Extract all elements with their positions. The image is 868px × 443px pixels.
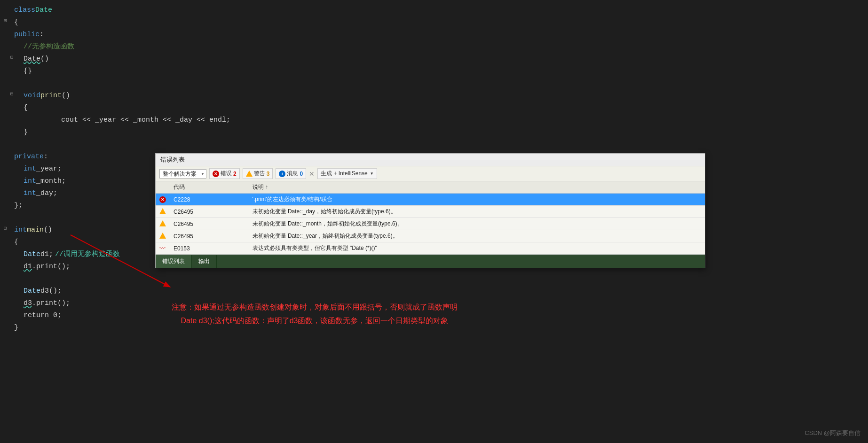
- row2-icon: [156, 206, 170, 218]
- error-icon: ✕: [213, 171, 219, 177]
- warning-icon-1: [159, 208, 166, 214]
- error-icon-1: ✕: [159, 196, 166, 203]
- warning-count: 3: [267, 171, 270, 177]
- solution-dropdown-wrapper[interactable]: 整个解决方案: [159, 169, 206, 179]
- tab-error-list[interactable]: 错误列表: [156, 255, 192, 268]
- collapse-icon-3: ⊟: [10, 90, 14, 99]
- info-count-badge: i 消息 0: [276, 168, 306, 179]
- row1-icon: ✕: [156, 194, 170, 206]
- row5-desc: 表达式必须具有类类型，但它具有类型 "Date (*)()": [249, 242, 705, 255]
- filter-label: 生成 + IntelliSense: [321, 170, 368, 178]
- code-line-9: {: [0, 102, 868, 115]
- col-description: 说明 ↑: [249, 181, 705, 194]
- code-line-24: Date d3();: [0, 286, 868, 298]
- row3-code: C26495: [170, 218, 249, 230]
- keyword-int-main: int: [14, 225, 27, 236]
- divider: ✕: [309, 170, 315, 178]
- warning-icon-3: [159, 233, 166, 239]
- info-label: 消息: [287, 170, 298, 178]
- keyword-private: private: [14, 151, 44, 163]
- code-line-1: class Date: [0, 5, 868, 17]
- d1-ref: d1: [24, 261, 32, 272]
- error-count: 2: [233, 171, 237, 177]
- filter-dropdown-icon: ▼: [370, 171, 374, 176]
- code-line-6: {}: [0, 66, 868, 78]
- brace-open: {: [14, 17, 18, 28]
- error-table-body: ✕ C2228 '.print'的左边必须有类/结构/联合 C26495 未初始…: [156, 194, 705, 255]
- d3-ref: d3: [24, 298, 32, 309]
- warning-icon-2: [159, 220, 166, 226]
- col-icon: [156, 181, 170, 194]
- row1-code: C2228: [170, 194, 249, 206]
- watermark: CSDN @阿森要自信: [805, 429, 860, 437]
- type-date-1: Date: [24, 249, 40, 260]
- row2-code: C26495: [170, 206, 249, 218]
- code-line-8: ⊟ void print(): [0, 90, 868, 102]
- error-table-header: 代码 说明 ↑: [156, 181, 705, 194]
- code-line-2: ⊟ {: [0, 17, 868, 29]
- collapse-icon-4: ⊟: [4, 225, 7, 233]
- type-int-1: int: [24, 163, 36, 175]
- error-row-1[interactable]: ✕ C2228 '.print'的左边必须有类/结构/联合: [156, 194, 705, 206]
- annotation-text: 注意：如果通过无参构造函数创建对象时，对象后面不用跟括号，否则就成了函数声明 D…: [172, 301, 458, 328]
- collapse-icon: ⊟: [4, 17, 7, 25]
- code-line-11: }: [0, 127, 868, 139]
- comment-2: //调用无参构造函数: [55, 249, 120, 260]
- error-table: 代码 说明 ↑ ✕ C2228 '.print'的左边必须有类/结构/联合 C2…: [156, 181, 705, 255]
- keyword-void: void: [24, 90, 40, 101]
- row3-desc: 未初始化变量 Date::_month，始终初始化成员变量(type.6)。: [249, 218, 705, 230]
- wave-row-1[interactable]: 〰 E0153 表达式必须具有类类型，但它具有类型 "Date (*)()": [156, 242, 705, 255]
- error-panel: 错误列表 整个解决方案 ✕ 错误 2 警告 3 i 消息 0 ✕ 生成 + In…: [155, 153, 705, 268]
- code-line-10: cout << _year << _month << _day << endl;: [0, 115, 868, 127]
- error-count-badge: ✕ 错误 2: [209, 168, 240, 179]
- header-row: 代码 说明 ↑: [156, 181, 705, 194]
- type-int-3: int: [24, 188, 36, 199]
- code-line-4: //无参构造函数: [0, 41, 868, 54]
- comment-1: //无参构造函数: [24, 41, 74, 53]
- error-tabs: 错误列表 输出: [156, 255, 705, 268]
- warning-count-badge: 警告 3: [243, 168, 273, 179]
- error-panel-title: 错误列表: [156, 154, 705, 166]
- row4-desc: 未初始化变量 Date::_year，始终初始化成员变量(type.6)。: [249, 230, 705, 242]
- row3-icon: [156, 218, 170, 230]
- annotation-line1: 注意：如果通过无参构造函数创建对象时，对象后面不用跟括号，否则就成了函数声明: [172, 301, 458, 314]
- row4-icon: [156, 230, 170, 242]
- info-icon: i: [279, 171, 285, 177]
- warning-row-1[interactable]: C26495 未初始化变量 Date::_day，始终初始化成员变量(type.…: [156, 206, 705, 218]
- code-line-3: public:: [0, 29, 868, 41]
- filter-badge[interactable]: 生成 + IntelliSense ▼: [317, 168, 377, 179]
- collapse-icon-2: ⊟: [10, 54, 14, 62]
- error-toolbar: 整个解决方案 ✕ 错误 2 警告 3 i 消息 0 ✕ 生成 + Intelli…: [156, 166, 705, 181]
- keyword-class: class: [14, 5, 35, 16]
- constructor-name: Date: [24, 54, 40, 65]
- type-date-2: Date: [24, 286, 40, 297]
- type-int-2: int: [24, 176, 36, 187]
- info-count: 0: [300, 171, 303, 177]
- row4-code: C26495: [170, 230, 249, 242]
- solution-dropdown[interactable]: 整个解决方案: [159, 169, 206, 179]
- error-label: 错误: [221, 170, 232, 178]
- annotation-line2: Date d3();这代码的函数：声明了d3函数，该函数无参，返回一个日期类型的…: [172, 314, 458, 328]
- code-line-12: [0, 139, 868, 151]
- tab-output[interactable]: 输出: [192, 255, 217, 268]
- code-line-7: [0, 78, 868, 90]
- row5-icon: 〰: [156, 242, 170, 255]
- func-print: print: [40, 90, 62, 101]
- row5-code: E0153: [170, 242, 249, 255]
- func-main: main: [27, 225, 44, 236]
- row2-desc: 未初始化变量 Date::_day，始终初始化成员变量(type.6)。: [249, 206, 705, 218]
- class-name: Date: [35, 5, 52, 16]
- warning-row-2[interactable]: C26495 未初始化变量 Date::_month，始终初始化成员变量(typ…: [156, 218, 705, 230]
- warning-row-3[interactable]: C26495 未初始化变量 Date::_year，始终初始化成员变量(type…: [156, 230, 705, 242]
- row1-desc: '.print'的左边必须有类/结构/联合: [249, 194, 705, 206]
- wave-icon: 〰: [159, 245, 166, 252]
- warning-icon: [246, 171, 253, 177]
- col-code: 代码: [170, 181, 249, 194]
- code-line-5: ⊟ Date(): [0, 54, 868, 66]
- warning-label: 警告: [254, 170, 265, 178]
- keyword-public: public: [14, 29, 39, 40]
- code-line-23: [0, 273, 868, 286]
